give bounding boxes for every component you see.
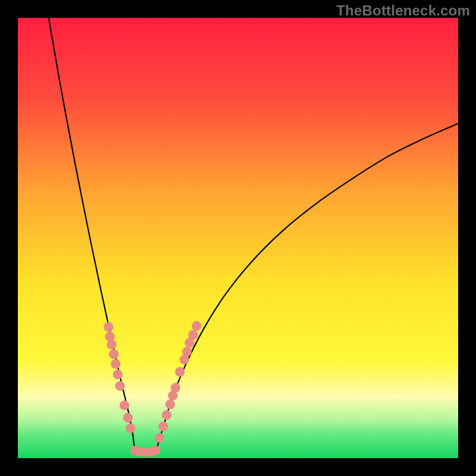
watermark-text: TheBottleneck.com <box>336 2 470 19</box>
highlight-dot <box>158 422 168 431</box>
highlight-dot <box>192 321 201 331</box>
highlight-dot <box>113 369 123 379</box>
highlight-dot <box>104 322 113 331</box>
highlight-dot <box>165 400 175 409</box>
highlight-dot <box>126 424 135 433</box>
highlight-dot <box>162 410 171 419</box>
highlight-dot <box>120 400 129 410</box>
highlight-dot <box>175 367 184 377</box>
highlight-dot <box>152 446 161 455</box>
outer-frame: TheBottleneck.com <box>0 0 476 476</box>
gradient-rect <box>18 18 458 458</box>
highlight-dot <box>171 383 180 392</box>
chart-svg <box>18 18 458 458</box>
highlight-dot <box>107 340 116 349</box>
highlight-dot <box>111 359 120 369</box>
highlight-dot <box>115 381 125 391</box>
plot-area <box>18 18 458 458</box>
highlight-dot <box>182 347 192 356</box>
highlight-dot <box>155 433 164 443</box>
highlight-dot <box>123 413 133 422</box>
highlight-dot <box>109 349 118 359</box>
highlight-dot <box>188 330 198 340</box>
